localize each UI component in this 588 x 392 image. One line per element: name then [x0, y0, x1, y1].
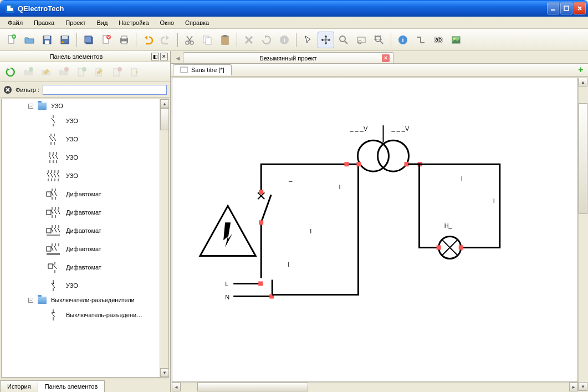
tree-item[interactable]: Дифавтомат: [2, 221, 168, 240]
cut-button[interactable]: [181, 32, 198, 48]
save-as-button[interactable]: [57, 32, 73, 48]
close-file-button[interactable]: [98, 32, 115, 48]
tree-item[interactable]: УЗО: [2, 111, 168, 130]
scroll-up-icon[interactable]: ▲: [160, 99, 169, 108]
tree-item[interactable]: Дифавтомат: [2, 185, 168, 203]
tree-item[interactable]: Дифавтомат: [2, 258, 168, 276]
new-button[interactable]: [3, 32, 20, 48]
redo-button[interactable]: [157, 32, 174, 48]
collapse-icon[interactable]: −: [28, 104, 33, 109]
filter-row: Фильтр :: [0, 82, 170, 98]
panel-close-button[interactable]: ✕: [160, 53, 168, 60]
scroll-right-icon[interactable]: ►: [569, 383, 578, 391]
svg-rect-10: [85, 36, 91, 43]
rotate-button[interactable]: [258, 32, 275, 48]
add-sheet-button[interactable]: +: [576, 65, 586, 75]
about-button[interactable]: i: [395, 32, 411, 48]
menu-file[interactable]: Файл: [3, 18, 27, 27]
tab-elements[interactable]: Панель элементов: [38, 380, 105, 392]
paste-button[interactable]: [217, 32, 233, 48]
sheet-icon: [180, 67, 188, 73]
svg-rect-46: [47, 228, 51, 233]
scroll-down-icon[interactable]: ▼: [160, 368, 169, 377]
tree-folder[interactable]: − УЗО: [2, 100, 168, 111]
drawing-canvas[interactable]: L N: [172, 78, 578, 382]
canvas-scrollbar-h[interactable]: ◄ ►: [172, 382, 578, 391]
scroll-thumb-v[interactable]: [579, 103, 587, 214]
tree-item[interactable]: УЗО: [2, 276, 168, 294]
zoom-reset-button[interactable]: 1:1: [371, 32, 387, 48]
edit-category-button[interactable]: [38, 64, 54, 80]
filter-input[interactable]: [43, 85, 167, 95]
image-button[interactable]: [448, 32, 464, 48]
close-project-button[interactable]: ×: [382, 54, 390, 62]
menu-view[interactable]: Вид: [92, 18, 112, 27]
select-tool[interactable]: [300, 32, 316, 48]
save-all-button[interactable]: [80, 32, 97, 48]
warning-symbol: [200, 206, 255, 256]
svg-text:I: I: [310, 228, 311, 235]
move-tool[interactable]: [318, 32, 334, 48]
wire-button[interactable]: [412, 32, 429, 48]
tree-scrollbar[interactable]: ▲ ▼: [160, 99, 168, 377]
svg-rect-1: [564, 6, 569, 11]
svg-rect-15: [121, 41, 127, 44]
close-button[interactable]: [574, 2, 586, 14]
project-tab-label: Безымянный проект: [259, 55, 316, 62]
print-button[interactable]: [116, 32, 132, 48]
minimize-button[interactable]: [547, 2, 559, 14]
delete-button[interactable]: [241, 32, 257, 48]
clear-filter-icon[interactable]: [3, 85, 12, 94]
delete-category-button[interactable]: [55, 64, 72, 80]
collapse-icon[interactable]: −: [28, 298, 33, 303]
svg-text:i: i: [283, 37, 285, 43]
project-tab[interactable]: Безымянный проект ×: [183, 52, 393, 63]
scroll-thumb-h[interactable]: [197, 383, 308, 391]
text-frame-button[interactable]: ab: [430, 32, 447, 48]
undo-button[interactable]: [140, 32, 156, 48]
zoom-tool[interactable]: [335, 32, 352, 48]
elements-panel: Панель элементов ◧ ✕ Фильтр : −: [0, 51, 171, 392]
info-button[interactable]: i: [276, 32, 293, 48]
import-element-button[interactable]: [126, 64, 143, 80]
tree-item[interactable]: Выключатель-разъедени…: [2, 306, 168, 324]
tab-history[interactable]: История: [0, 380, 38, 392]
svg-rect-53: [258, 281, 263, 286]
new-category-button[interactable]: [20, 64, 37, 80]
menu-project[interactable]: Проект: [61, 18, 90, 27]
panel-toolbar: [0, 62, 170, 82]
tree-item[interactable]: УЗО: [2, 166, 168, 185]
tree-item[interactable]: УЗО: [2, 130, 168, 148]
copy-button[interactable]: [199, 32, 216, 48]
save-button[interactable]: [39, 32, 55, 48]
open-button[interactable]: [21, 32, 38, 48]
zoom-fit-button[interactable]: [353, 32, 370, 48]
tree-item[interactable]: Дифавтомат: [2, 203, 168, 221]
menu-edit[interactable]: Правка: [29, 18, 59, 27]
tree-item[interactable]: Дифавтомат: [2, 240, 168, 258]
tree-folder[interactable]: − Выключатели-разъеденители: [2, 294, 168, 306]
sheet-tab[interactable]: Sans titre [*]: [173, 64, 232, 75]
sheet-tab-label: Sans titre [*]: [191, 67, 224, 73]
new-element-button[interactable]: [73, 64, 90, 80]
svg-text:L: L: [225, 281, 228, 288]
panel-undock-button[interactable]: ◧: [151, 53, 159, 60]
menu-help[interactable]: Справка: [181, 18, 213, 27]
panel-title: Панель элементов: [2, 53, 150, 60]
svg-text:i: i: [402, 37, 403, 43]
elements-tree[interactable]: − УЗО УЗО УЗО УЗО УЗО Дифавтомат Дифавто…: [1, 99, 169, 378]
scroll-left-icon[interactable]: ◄: [172, 383, 181, 391]
menu-window[interactable]: Окно: [156, 18, 179, 27]
prev-project-icon[interactable]: ◄: [173, 53, 183, 63]
scroll-down-icon[interactable]: ▼: [579, 382, 587, 391]
maximize-button[interactable]: [560, 2, 572, 14]
edit-element-button[interactable]: [91, 64, 108, 80]
scroll-thumb[interactable]: [160, 108, 169, 130]
menu-settings[interactable]: Настройка: [114, 18, 153, 27]
reload-button[interactable]: [2, 64, 19, 80]
panel-tabs: История Панель элементов: [0, 379, 170, 392]
canvas-scrollbar-v[interactable]: ▲ ▼: [578, 78, 587, 391]
delete-element-button[interactable]: [109, 64, 125, 80]
scroll-up-icon[interactable]: ▲: [579, 78, 587, 86]
tree-item[interactable]: УЗО: [2, 148, 168, 166]
